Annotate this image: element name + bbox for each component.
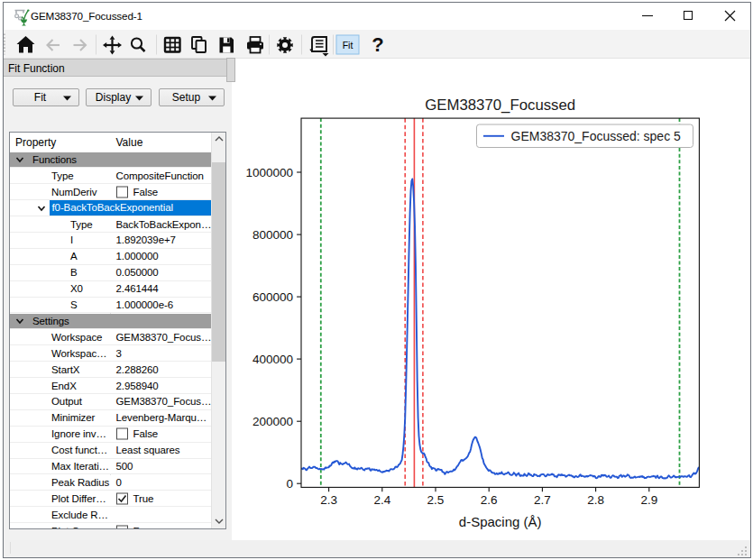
svg-text:GEM38370_Focussed: GEM38370_Focussed (425, 96, 575, 114)
svg-text:0: 0 (286, 477, 293, 491)
svg-text:2.6: 2.6 (481, 493, 498, 507)
svg-text:2.5: 2.5 (427, 493, 445, 507)
svg-text:d-Spacing (Å): d-Spacing (Å) (459, 514, 542, 529)
svg-text:1000000: 1000000 (245, 166, 293, 179)
svg-text:2.4: 2.4 (373, 493, 390, 507)
svg-text:Fit: Fit (343, 40, 354, 50)
svg-text:2.7: 2.7 (534, 493, 551, 507)
svg-text:800000: 800000 (253, 228, 293, 242)
svg-text:600000: 600000 (253, 290, 293, 304)
svg-text:2.9: 2.9 (640, 493, 657, 507)
svg-text:2.3: 2.3 (320, 493, 337, 507)
svg-text:2.8: 2.8 (587, 493, 604, 507)
svg-text:?: ? (372, 33, 383, 56)
svg-text:200000: 200000 (253, 415, 293, 428)
svg-text:400000: 400000 (253, 353, 293, 366)
svg-text:GEM38370_Focussed: spec 5: GEM38370_Focussed: spec 5 (511, 129, 682, 143)
